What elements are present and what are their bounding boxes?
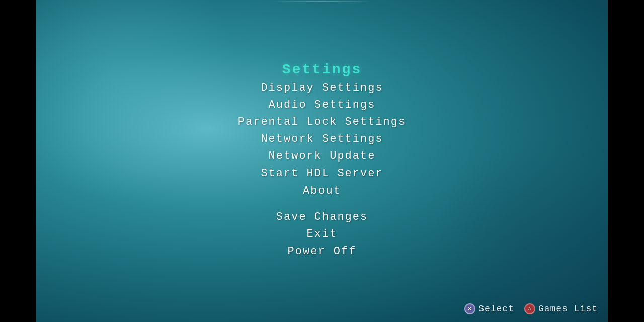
bottom-controls-bar: × Select ○ Games List (464, 303, 598, 314)
menu-items-group: Display Settings Audio Settings Parental… (238, 79, 406, 200)
menu-item-network-settings[interactable]: Network Settings (238, 131, 406, 148)
menu-container: Settings Display Settings Audio Settings… (238, 62, 406, 260)
x-button-icon: × (464, 303, 475, 314)
menu-item-exit[interactable]: Exit (276, 226, 368, 243)
main-screen: Settings Display Settings Audio Settings… (36, 0, 608, 322)
circle-button-icon: ○ (524, 303, 535, 314)
menu-item-parental-lock-settings[interactable]: Parental Lock Settings (238, 114, 406, 131)
menu-item-power-off[interactable]: Power Off (276, 243, 368, 260)
menu-item-start-hdl-server[interactable]: Start HDL Server (238, 166, 406, 183)
menu-item-display-settings[interactable]: Display Settings (238, 79, 406, 97)
games-list-button[interactable]: ○ Games List (524, 303, 598, 314)
menu-item-about[interactable]: About (238, 183, 406, 200)
menu-item-network-update[interactable]: Network Update (238, 148, 406, 165)
menu-bottom-items-group: Save Changes Exit Power Off (276, 209, 368, 260)
menu-title: Settings (282, 62, 362, 77)
games-list-label: Games List (538, 304, 598, 314)
select-label: Select (478, 304, 514, 314)
menu-item-save-changes[interactable]: Save Changes (276, 209, 368, 226)
menu-item-audio-settings[interactable]: Audio Settings (238, 97, 406, 114)
select-button[interactable]: × Select (464, 303, 514, 314)
